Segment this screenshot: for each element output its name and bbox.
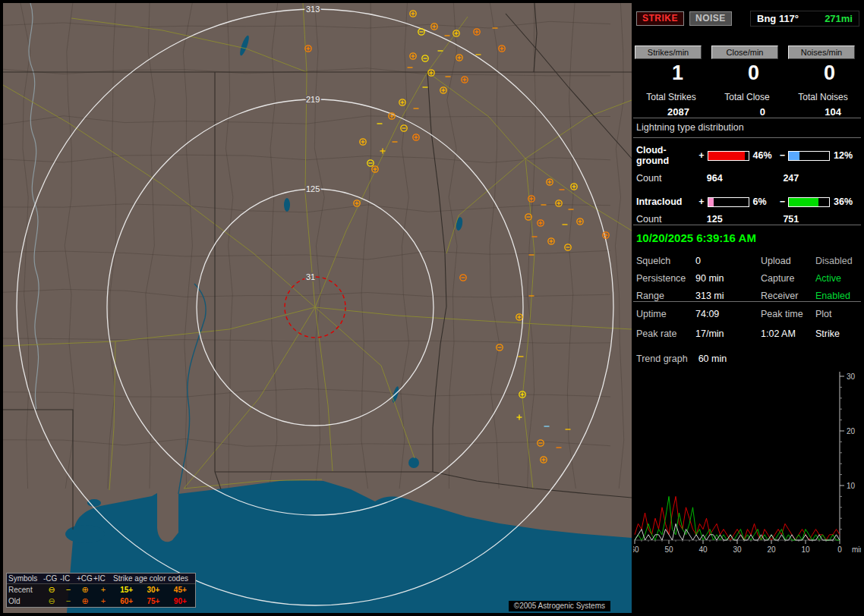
svg-text:30: 30: [733, 545, 742, 554]
svg-text:0: 0: [837, 545, 842, 554]
cloud-ground-count-row: Count 964 247: [636, 173, 859, 184]
session-grid: Uptime 74:09 Peak time Plot Peak rate 17…: [636, 309, 858, 339]
rate-values-row: 1 0 0: [633, 61, 861, 85]
ring-label: 31: [306, 272, 315, 281]
close-rate-value: 0: [709, 61, 785, 85]
cg-positive-bar: [708, 151, 749, 161]
persistence-value: 90 min: [695, 273, 761, 284]
svg-text:10: 10: [801, 545, 810, 554]
rate-buttons-row: Strikes/min Close/min Noises/min: [635, 46, 855, 59]
legend-col-neg-cg: -CG: [43, 574, 60, 583]
upload-status: Disabled: [815, 256, 858, 266]
intracloud-count-row: Count 125 751: [636, 214, 859, 225]
cg-positive-count: 964: [707, 173, 784, 184]
neg-ic-symbol: −: [60, 584, 77, 596]
copyright-label: ©2005 Astrogenic Systems: [509, 601, 610, 611]
ic-positive-pct: 6%: [752, 196, 779, 207]
pos-cg-symbol: ⊕: [77, 596, 93, 607]
divider: [633, 225, 861, 225]
cloud-ground-row: Cloud-ground + 46% − 12%: [636, 145, 859, 166]
legend-col-pos-cg: +CG: [77, 574, 93, 583]
strikes-rate-value: 1: [633, 61, 709, 85]
svg-text:20: 20: [847, 427, 856, 435]
legend-header: Symbols -CG -IC +CG +IC Strike age color…: [7, 574, 195, 584]
ic-positive-count: 125: [707, 214, 784, 225]
divider: [633, 301, 861, 302]
ring-label: 313: [306, 5, 320, 14]
squelch-label: Squelch: [636, 256, 695, 266]
pos-ic-symbol: +: [93, 584, 113, 596]
ring-label: 125: [306, 184, 320, 193]
receiver-status: Enabled: [815, 291, 858, 301]
pos-cg-symbol: ⊕: [77, 584, 93, 596]
minus-sign: −: [779, 150, 786, 161]
nexstorm-window: 31321912531 Symbols -CG -IC +CG +IC Stri…: [0, 0, 864, 616]
strike-mode-button[interactable]: STRIKE: [636, 11, 684, 26]
distance-value: 271mi: [825, 13, 853, 24]
age-code: 15+: [120, 584, 133, 596]
cg-negative-bar: [788, 151, 830, 161]
age-code: 90+: [174, 596, 187, 607]
plot-value: Strike: [815, 328, 858, 339]
svg-text:40: 40: [698, 545, 708, 554]
capture-label: Capture: [761, 273, 815, 284]
ring-label: 219: [306, 95, 320, 104]
trend-series-intracloud: [635, 496, 840, 540]
squelch-value: 0: [695, 256, 761, 266]
neg-ic-symbol: −: [60, 596, 77, 607]
age-code: 45+: [174, 584, 187, 596]
plus-sign: +: [698, 196, 705, 207]
peak-time-label: Peak time: [761, 309, 815, 319]
noise-mode-button[interactable]: NOISE: [689, 11, 732, 26]
trend-window-value: 60 min: [698, 354, 727, 364]
datetime-display: 10/20/2025 6:39:16 AM: [636, 231, 861, 244]
pos-ic-symbol: +: [93, 596, 113, 607]
total-noises-value: 104: [785, 106, 861, 118]
cg-negative-pct: 12%: [832, 150, 859, 161]
noises-per-min-button[interactable]: Noises/min: [788, 46, 855, 59]
legend-row: Recent⊖−⊕+15+30+45+: [7, 584, 195, 596]
distribution-title: Lightning type distribution: [633, 118, 861, 137]
cg-positive-pct: 46%: [752, 150, 779, 161]
svg-text:30: 30: [847, 372, 856, 381]
uptime-label: Uptime: [636, 309, 695, 319]
svg-text:min: min: [852, 545, 861, 554]
capture-status: Active: [815, 273, 858, 284]
status-grid: Squelch 0 Upload Disabled Persistence 90…: [636, 256, 858, 301]
ic-negative-bar: [788, 197, 830, 207]
cg-negative-count: 247: [783, 173, 859, 184]
peak-rate-value: 17/min: [695, 328, 761, 339]
ic-negative-pct: 36%: [832, 196, 859, 207]
bearing-value: Bng 117°: [757, 13, 799, 24]
legend-age-title: Strike age color codes: [113, 574, 194, 583]
divider: [633, 137, 861, 138]
peak-rate-label: Peak rate: [636, 328, 695, 339]
noises-rate-value: 0: [785, 61, 861, 85]
age-code: 30+: [147, 584, 160, 596]
svg-text:60: 60: [633, 545, 639, 554]
neg-cg-symbol: ⊖: [43, 584, 60, 596]
close-per-min-button[interactable]: Close/min: [711, 46, 778, 59]
trend-series-noise: [635, 523, 840, 540]
trend-graph-row: Trend graph 60 min: [636, 354, 858, 364]
persistence-label: Persistence: [636, 273, 695, 284]
map-legend: Symbols -CG -IC +CG +IC Strike age color…: [6, 573, 196, 608]
svg-text:50: 50: [664, 545, 673, 554]
map-panel[interactable]: 31321912531 Symbols -CG -IC +CG +IC Stri…: [3, 3, 632, 613]
strike-map[interactable]: 31321912531: [3, 3, 632, 613]
age-code: 75+: [147, 596, 160, 607]
strikes-per-min-button[interactable]: Strikes/min: [635, 46, 702, 59]
trend-graph-label: Trend graph: [636, 354, 688, 364]
intracloud-row: Intracloud + 6% − 36%: [636, 196, 859, 207]
ic-negative-count: 751: [783, 214, 859, 225]
count-label: Count: [636, 214, 707, 225]
count-label: Count: [636, 173, 707, 184]
neg-cg-symbol: ⊖: [43, 596, 60, 607]
cloud-ground-label: Cloud-ground: [636, 145, 698, 166]
svg-text:20: 20: [767, 545, 776, 554]
upload-label: Upload: [761, 256, 815, 266]
intracloud-label: Intracloud: [636, 196, 698, 207]
peak-time-value: 1:02 AM: [761, 328, 815, 339]
ic-positive-bar: [708, 197, 749, 207]
total-close-label: Total Close: [709, 92, 785, 102]
